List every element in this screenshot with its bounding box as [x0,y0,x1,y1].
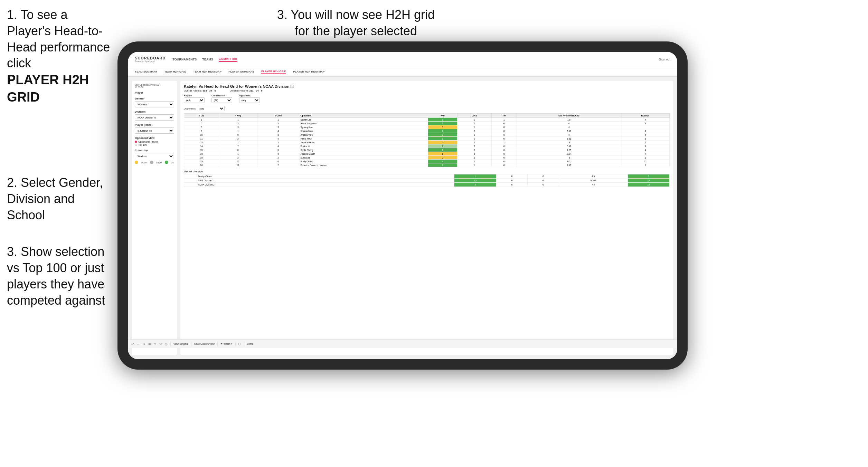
cell-loss: 2 [457,152,491,156]
player-rank-label: Player (Rank) [135,123,174,126]
cell-tie: 0 [491,148,517,152]
player-rank-select[interactable]: 8. Katelyn Vo [135,127,174,134]
cell-conf: 3 [257,133,299,137]
radio-opponents-played[interactable]: Opponents Played [135,141,174,143]
cell-div: 5 [184,122,219,125]
step1-text: 1. To see a Player's Head-to-Head perfor… [7,7,114,106]
opponent-select[interactable]: (All) [239,97,260,103]
cell-reg: 1 [219,129,257,133]
cell-diff: 1.5 [517,118,621,122]
nav-committee[interactable]: COMMITTEE [219,57,237,62]
cell-conf: 1 [257,118,299,122]
division-label: Division [135,110,174,113]
toolbar-undo[interactable]: ↩ [131,342,134,346]
out-table-row: Foreign Team 1 0 0 4.5 2 [184,174,670,179]
division-select[interactable]: NCAA Division III [135,114,174,121]
toolbar-divider-1 [170,342,171,346]
region-select[interactable]: (All) [184,97,205,103]
out-cell-rounds: 30 [628,179,669,183]
cell-reg: 10 [219,160,257,163]
sub-nav-player-h2h[interactable]: PLAYER H2H GRID [261,70,286,74]
cell-conf: 1 [257,141,299,144]
cell-div: 6 [184,125,219,129]
cell-loss: 0 [457,122,491,125]
nav-tournaments[interactable]: TOURNAMENTS [172,58,197,61]
sub-nav-team-h2h[interactable]: TEAM H2H GRID [164,70,186,73]
sub-navbar: TEAM SUMMARY TEAM H2H GRID TEAM H2H HEAT… [128,67,677,77]
out-cell-tie: 0 [528,179,559,183]
toolbar-view-original[interactable]: View: Original [173,343,188,345]
nav-teams[interactable]: TEAMS [202,58,213,61]
sub-nav-team-heatmap[interactable]: TEAM H2H HEATMAP [193,70,221,73]
cell-reg: 2 [219,156,257,160]
table-row: 3 1 1 Esther Lee 1 0 1 1.5 4 [184,118,670,122]
cell-reg: 8 [219,148,257,152]
cell-win: 2 [428,144,457,148]
legend-down-label: Down [141,161,147,164]
toolbar-clock[interactable]: ◷ [165,342,168,346]
cell-loss: 2 [457,144,491,148]
cell-conf: 5 [257,148,299,152]
gender-select[interactable]: Women's [135,101,174,107]
cell-rounds: 2 [621,156,670,160]
cell-diff: 3.33 [517,137,621,141]
player-section: Player [135,91,174,94]
cell-div: 14 [184,144,219,148]
last-updated: Last Updated: 27/03/2024 16:55:38 [135,84,174,88]
cell-win: 1 [428,122,457,125]
navbar: SCOREBOARD Powered by clippd TOURNAMENTS… [128,52,677,67]
table-row: 14 7 4 Eunice Yi 2 2 0 0.38 9 [184,144,670,148]
cell-tie: 0 [491,137,517,141]
cell-conf: 4 [257,144,299,148]
table-row: 9 1 4 Sharon Mun 1 0 0 3.67 3 [184,129,670,133]
colour-by-select[interactable]: Win/loss [135,153,174,159]
toolbar-grid[interactable]: ⊞ [148,342,151,346]
out-table-row: NCAA Division 2 5 0 0 7.4 10 [184,183,670,187]
conference-filter-group: Conference (All) [211,94,232,103]
cell-diff: 0.38 [517,144,621,148]
cell-name: Andrea York [299,133,428,137]
toolbar-share[interactable]: Share [247,343,254,345]
cell-reg: 7 [219,144,257,148]
toolbar-redo[interactable]: ↪ [143,342,145,346]
sub-nav-player-summary[interactable]: PLAYER SUMMARY [228,70,254,73]
cell-diff: -0.94 [517,152,621,156]
cell-rounds: 7 [621,152,670,156]
conference-label: Conference [211,94,232,97]
out-of-division-label: Out of division [184,170,670,173]
toolbar-watch[interactable]: 👁 Watch ▾ [220,343,232,345]
conference-select[interactable]: (All) [211,97,232,103]
main-content: Last Updated: 27/03/2024 16:55:38 Player… [128,77,677,359]
grid-title: Katelyn Vo Head-to-Head Grid for Women's… [184,84,670,88]
cell-win: 1 [428,152,457,156]
records-row: Overall Record: 353 - 34 - 6 Division Re… [184,89,670,92]
radio-top100[interactable]: Top 100 [135,144,174,146]
cell-tie: 1 [491,118,517,122]
toolbar-back[interactable]: ← [137,342,140,346]
cell-rounds [621,125,670,129]
legend-up-dot [165,161,168,164]
toolbar-hex[interactable]: ⬡ [238,342,241,346]
sub-nav-team-summary[interactable]: TEAM SUMMARY [135,70,158,73]
out-cell-name: Foreign Team [184,174,454,179]
right-panel: Katelyn Vo Head-to-Head Grid for Women's… [180,81,673,355]
cell-name: Alexis Sudjianto [299,122,428,125]
opponent-view-section: Opponent view Opponents Played Top 100 [135,136,174,146]
cell-rounds: 4 [621,133,670,137]
table-row: 19 10 6 Emily Chang 4 1 0 0.3 11 [184,160,670,163]
sign-out[interactable]: Sign out [659,58,670,61]
cell-reg: 1 [219,141,257,144]
opponents-filter-select[interactable]: (All) [197,106,225,111]
toolbar-refresh[interactable]: ↷ [154,342,157,346]
sub-nav-player-heatmap[interactable]: PLAYER H2H HEATMAP [293,70,324,73]
toolbar-reset[interactable]: ↺ [159,342,162,346]
toolbar-save-custom-view[interactable]: Save Custom View [194,343,215,345]
cell-div: 20 [184,163,219,167]
opponent-label: Opponent [239,94,260,97]
cell-win: 4 [428,160,457,163]
filter-row: Region (All) Conference (All) Opponent [184,94,670,103]
cell-name: Federica Domecq Lacroze [299,163,428,167]
cell-loss: 0 [457,141,491,144]
out-cell-diff: 7.4 [559,183,628,187]
opponent-view-radio-group: Opponents Played Top 100 [135,141,174,146]
